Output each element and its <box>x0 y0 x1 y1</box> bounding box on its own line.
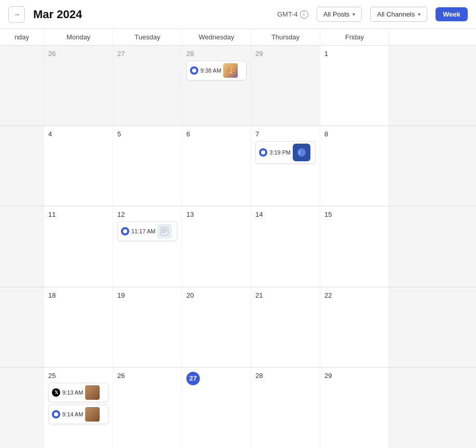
day-number: 26 <box>117 372 178 380</box>
meta-icon <box>190 66 198 75</box>
day-header-saturday <box>389 29 476 45</box>
day-header-tuesday: Tuesday <box>113 29 182 45</box>
meta-icon <box>52 410 60 418</box>
day-number: 19 <box>117 291 178 299</box>
day-number: 12 <box>117 211 178 218</box>
day-number: 29 <box>324 372 385 380</box>
event-thumbnail-blue: f <box>293 144 310 161</box>
day-cell-mar28: 28 <box>251 368 320 448</box>
day-number-today: 27 <box>186 372 200 385</box>
day-cell-mar1: 1 <box>320 46 389 125</box>
day-cell-mar8: 8 <box>320 126 389 206</box>
day-number: 4 <box>48 130 108 138</box>
day-cell-mar4: 4 <box>44 126 113 206</box>
day-headers-row: nday Monday Tuesday Wednesday Thursday F… <box>0 29 476 46</box>
day-cell-feb29: 29 <box>251 46 320 125</box>
day-number: 27 <box>117 50 178 58</box>
day-number: 14 <box>255 211 316 218</box>
day-number: 20 <box>186 291 247 299</box>
day-cell-empty-2 <box>389 46 476 125</box>
day-cell-feb27: 27 <box>113 46 182 125</box>
day-header-sunday: nday <box>0 29 44 45</box>
all-posts-dropdown[interactable]: All Posts ▾ <box>317 7 362 22</box>
day-cell-mar7: 7 3:19 PM f <box>251 126 320 206</box>
event-mar25-913[interactable]: 𝕏 9:13 AM <box>48 383 108 402</box>
day-cell-empty-10 <box>389 368 476 448</box>
svg-point-1 <box>261 150 265 155</box>
svg-point-4 <box>123 229 127 233</box>
week-row-2: 4 5 6 7 3:19 PM <box>0 126 476 206</box>
app-container: → Mar 2024 GMT-4 i All Posts ▾ All Chann… <box>0 0 476 448</box>
day-number: 6 <box>186 130 247 138</box>
day-number: 28 <box>186 50 247 58</box>
calendar: nday Monday Tuesday Wednesday Thursday F… <box>0 29 476 448</box>
event-mar25-914[interactable]: 9:14 AM <box>48 404 108 424</box>
day-cell-mar25: 25 𝕏 9:13 AM 9:14 AM <box>44 368 113 448</box>
day-number: 22 <box>324 291 385 299</box>
event-time: 9:14 AM <box>62 411 83 417</box>
meta-icon <box>259 148 267 157</box>
day-number: 8 <box>324 130 385 138</box>
gmt-badge: GMT-4 i <box>277 10 308 19</box>
event-mar12-1117[interactable]: 11:17 AM <box>117 221 178 241</box>
event-time: 11:17 AM <box>131 228 155 234</box>
day-header-thursday: Thursday <box>251 29 320 45</box>
day-cell-mar14: 14 <box>251 206 320 286</box>
day-cell-empty-8 <box>389 287 476 367</box>
svg-point-9 <box>54 412 58 416</box>
day-number: 25 <box>48 372 108 380</box>
day-cell-empty-4 <box>389 126 476 206</box>
day-cell-mar27: 27 <box>182 368 251 448</box>
day-number: 18 <box>48 291 108 299</box>
header: → Mar 2024 GMT-4 i All Posts ▾ All Chann… <box>0 0 476 29</box>
event-mar7-319pm[interactable]: 3:19 PM f <box>255 141 316 164</box>
day-cell-empty-7 <box>0 287 44 367</box>
day-header-monday: Monday <box>44 29 113 45</box>
all-posts-chevron-icon: ▾ <box>352 11 355 17</box>
week-row-5: 25 𝕏 9:13 AM 9:14 AM 26 <box>0 368 476 448</box>
day-number: 13 <box>186 211 247 218</box>
event-feb28-938[interactable]: 9:38 AM 🎨 <box>186 61 247 80</box>
day-cell-mar29: 29 <box>320 368 389 448</box>
day-cell-feb26: 26 <box>44 46 113 125</box>
event-thumbnail: 🎨 <box>223 63 238 78</box>
day-cell-mar19: 19 <box>113 287 182 367</box>
info-icon[interactable]: i <box>300 10 308 19</box>
day-cell-mar20: 20 <box>182 287 251 367</box>
day-number: 28 <box>255 372 316 380</box>
all-channels-dropdown[interactable]: All Channels ▾ <box>370 7 427 22</box>
day-number: 26 <box>48 50 108 58</box>
week-row-4: 18 19 20 21 22 <box>0 287 476 368</box>
week-view-button[interactable]: Week <box>436 7 468 21</box>
event-time: 9:38 AM <box>200 67 221 74</box>
month-title: Mar 2024 <box>33 8 82 21</box>
day-number: 21 <box>255 291 316 299</box>
day-cell-mar13: 13 <box>182 206 251 286</box>
day-cell-empty-1 <box>0 46 44 125</box>
day-header-wednesday: Wednesday <box>182 29 251 45</box>
day-cell-feb28: 28 9:38 AM 🎨 <box>182 46 251 125</box>
day-cell-mar6: 6 <box>182 126 251 206</box>
day-cell-mar21: 21 <box>251 287 320 367</box>
event-time: 9:13 AM <box>62 389 83 396</box>
day-cell-mar18: 18 <box>44 287 113 367</box>
all-channels-chevron-icon: ▾ <box>418 11 420 17</box>
day-cell-empty-6 <box>389 206 476 286</box>
day-cell-mar22: 22 <box>320 287 389 367</box>
day-cell-mar15: 15 <box>320 206 389 286</box>
day-cell-mar5: 5 <box>113 126 182 206</box>
day-number: 29 <box>255 50 316 58</box>
event-thumbnail-person2 <box>85 407 100 422</box>
day-number: 1 <box>324 50 385 58</box>
week-row-1: 26 27 28 9:38 AM 🎨 29 <box>0 46 476 126</box>
calendar-body: 26 27 28 9:38 AM 🎨 29 <box>0 46 476 448</box>
svg-point-0 <box>192 68 196 73</box>
day-cell-empty-3 <box>0 126 44 206</box>
day-number: 15 <box>324 211 385 218</box>
week-row-3: 11 12 11:17 AM <box>0 206 476 287</box>
day-cell-mar12: 12 11:17 AM <box>113 206 182 286</box>
svg-rect-5 <box>161 227 168 235</box>
day-cell-mar11: 11 <box>44 206 113 286</box>
nav-forward-button[interactable]: → <box>8 6 25 23</box>
event-time: 3:19 PM <box>269 149 291 156</box>
